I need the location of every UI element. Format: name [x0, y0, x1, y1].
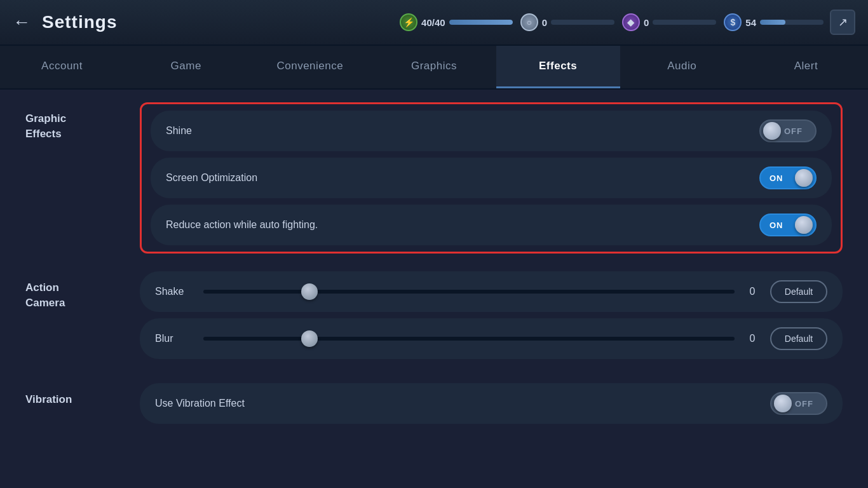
vibration-content: Use Vibration Effect OFF	[140, 383, 843, 424]
coin1-bar	[551, 20, 614, 25]
gem-value: 0	[644, 17, 649, 28]
vibration-effect-row: Use Vibration Effect OFF	[140, 383, 843, 424]
stat-coin2: $ 54	[724, 13, 824, 31]
back-button[interactable]: ←	[13, 12, 31, 32]
graphic-effects-box: Shine OFF Screen Optimization ON	[140, 102, 843, 254]
shine-toggle-track[interactable]: OFF	[759, 119, 817, 142]
action-camera-content: Shake 0 Default Blur 0 Default	[140, 271, 843, 365]
gem-bar	[653, 20, 716, 25]
action-camera-section: Action Camera Shake 0 Default Blur 0 Def…	[25, 271, 843, 365]
shake-slider-knob[interactable]	[301, 283, 318, 300]
energy-value: 40/40	[421, 17, 445, 28]
stat-energy: ⚡ 40/40	[400, 13, 513, 31]
reduce-action-toggle[interactable]: ON	[759, 214, 817, 236]
vibration-toggle[interactable]: OFF	[770, 392, 827, 415]
graphic-effects-section: Graphic Effects Shine OFF Screen	[25, 102, 843, 254]
shake-label: Shake	[155, 286, 193, 297]
tab-graphics[interactable]: Graphics	[372, 46, 496, 88]
vibration-toggle-track[interactable]: OFF	[770, 392, 827, 415]
tab-convenience[interactable]: Convenience	[248, 46, 372, 88]
coin2-value: 54	[745, 17, 756, 28]
blur-label: Blur	[155, 333, 193, 344]
shine-row: Shine OFF	[151, 111, 832, 151]
vibration-label: Vibration	[25, 383, 140, 407]
screen-opt-toggle-track[interactable]: ON	[759, 166, 817, 189]
tab-effects[interactable]: Effects	[496, 46, 620, 88]
tab-alert[interactable]: Alert	[744, 46, 868, 88]
reduce-action-row: Reduce action while auto fighting. ON	[151, 205, 832, 245]
gem-icon: ◆	[622, 13, 640, 31]
page-title: Settings	[42, 12, 400, 32]
screen-opt-toggle[interactable]: ON	[759, 166, 817, 189]
exit-button[interactable]: ↗	[830, 10, 855, 35]
header-stats: ⚡ 40/40 ○ 0 ◆ 0 $ 54	[400, 13, 824, 31]
reduce-action-toggle-text: ON	[770, 220, 783, 230]
tab-game[interactable]: Game	[124, 46, 248, 88]
vibration-toggle-text: OFF	[795, 399, 813, 409]
main-content: Graphic Effects Shine OFF Screen	[0, 90, 868, 486]
tab-account[interactable]: Account	[0, 46, 124, 88]
vibration-toggle-knob	[774, 395, 792, 412]
screen-opt-toggle-text: ON	[770, 173, 783, 183]
reduce-action-toggle-track[interactable]: ON	[759, 214, 817, 236]
blur-slider[interactable]	[203, 337, 735, 341]
shake-slider[interactable]	[203, 290, 735, 294]
graphic-effects-label: Graphic Effects	[25, 102, 140, 142]
action-camera-label: Action Camera	[25, 271, 140, 311]
coin1-value: 0	[542, 17, 547, 28]
reduce-action-label: Reduce action while auto fighting.	[166, 219, 318, 231]
vibration-section: Vibration Use Vibration Effect OFF	[25, 383, 843, 424]
shake-default-button[interactable]: Default	[770, 280, 827, 303]
coin1-icon: ○	[520, 13, 538, 31]
blur-default-button[interactable]: Default	[770, 327, 827, 350]
nav-tabs: Account Game Convenience Graphics Effect…	[0, 46, 868, 90]
tab-audio[interactable]: Audio	[620, 46, 744, 88]
blur-row: Blur 0 Default	[140, 318, 843, 359]
screen-opt-row: Screen Optimization ON	[151, 158, 832, 198]
vibration-effect-label: Use Vibration Effect	[155, 398, 245, 409]
blur-value: 0	[745, 333, 760, 344]
header: ← Settings ⚡ 40/40 ○ 0 ◆ 0 $ 54	[0, 0, 868, 46]
shake-value: 0	[745, 286, 760, 297]
reduce-action-toggle-knob	[795, 216, 813, 234]
shine-toggle-text: OFF	[784, 126, 803, 136]
blur-slider-knob[interactable]	[301, 330, 318, 347]
coin2-icon: $	[724, 13, 742, 31]
shine-toggle[interactable]: OFF	[759, 119, 817, 142]
stat-gem: ◆ 0	[622, 13, 716, 31]
shine-toggle-knob	[763, 122, 781, 140]
shake-row: Shake 0 Default	[140, 271, 843, 312]
stat-coin1: ○ 0	[520, 13, 614, 31]
screen-opt-toggle-knob	[795, 169, 813, 187]
graphic-effects-content: Shine OFF Screen Optimization ON	[140, 102, 843, 254]
shine-label: Shine	[166, 125, 192, 137]
screen-opt-label: Screen Optimization	[166, 172, 257, 184]
energy-icon: ⚡	[400, 13, 417, 31]
energy-bar	[449, 20, 513, 25]
coin2-bar	[760, 20, 824, 25]
